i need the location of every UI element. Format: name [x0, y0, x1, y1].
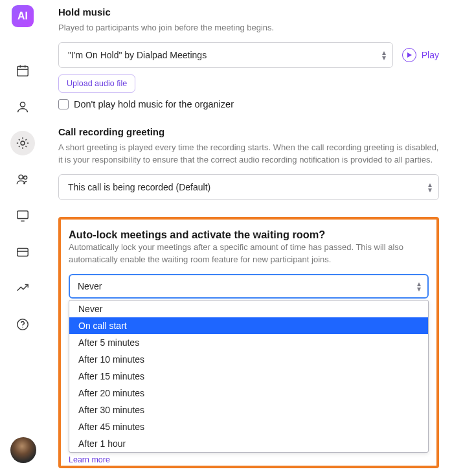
learn-more-link[interactable]: Learn more — [69, 455, 110, 464]
greeting-title: Call recording greeting — [58, 126, 439, 137]
help-icon[interactable] — [10, 312, 35, 337]
autolock-select[interactable]: Never ▴▾ — [69, 274, 429, 299]
autolock-option[interactable]: On call start — [69, 317, 428, 334]
svg-point-7 — [24, 176, 27, 179]
greeting-select[interactable]: This call is being recorded (Default) ▴▾ — [58, 174, 439, 200]
autolock-option[interactable]: After 10 minutes — [69, 351, 428, 368]
play-button[interactable]: Play — [402, 48, 439, 62]
autolock-option[interactable]: After 45 minutes — [69, 418, 428, 435]
hold-music-selected: "I'm On Hold" by Dialpad Meetings — [68, 50, 207, 60]
chevron-updown-icon: ▴▾ — [417, 280, 421, 291]
dont-play-label: Don't play hold music for the organizer — [74, 99, 234, 109]
autolock-highlight: Auto-lock meetings and activate the wait… — [58, 217, 439, 468]
autolock-option[interactable]: After 20 minutes — [69, 385, 428, 402]
svg-point-4 — [20, 102, 25, 107]
app-logo: AI — [12, 5, 34, 27]
autolock-dropdown: NeverOn call startAfter 5 minutesAfter 1… — [69, 300, 429, 453]
autolock-option[interactable]: After 1 hour — [69, 435, 428, 452]
person-icon[interactable] — [10, 95, 35, 119]
play-icon — [402, 48, 416, 62]
svg-point-6 — [19, 175, 23, 179]
autolock-selected: Never — [78, 281, 102, 291]
svg-point-13 — [22, 327, 23, 328]
autolock-helper: Automatically lock your meetings after a… — [69, 241, 429, 266]
autolock-option[interactable]: After 5 minutes — [69, 334, 428, 351]
greeting-section: Call recording greeting A short greeting… — [58, 126, 439, 200]
trend-icon[interactable] — [10, 276, 35, 300]
hold-music-section: Hold music Played to participants who jo… — [58, 6, 439, 109]
svg-point-5 — [21, 141, 25, 145]
hold-music-helper: Played to participants who join before t… — [58, 21, 439, 34]
settings-content: Hold music Played to participants who jo… — [58, 6, 439, 470]
svg-rect-0 — [17, 67, 28, 76]
hold-music-select[interactable]: "I'm On Hold" by Dialpad Meetings ▴▾ — [58, 42, 393, 68]
svg-rect-8 — [17, 211, 28, 219]
calendar-icon[interactable] — [10, 58, 35, 83]
dont-play-checkbox[interactable] — [58, 99, 69, 109]
svg-rect-10 — [17, 249, 28, 256]
greeting-selected: This call is being recorded (Default) — [68, 182, 210, 192]
greeting-helper: A short greeting is played every time th… — [58, 141, 439, 166]
autolock-option[interactable]: After 30 minutes — [69, 402, 428, 418]
card-icon[interactable] — [10, 240, 35, 264]
chevron-updown-icon: ▴▾ — [428, 181, 432, 192]
play-label: Play — [422, 50, 439, 60]
upload-audio-button[interactable]: Upload audio file — [58, 74, 135, 93]
autolock-option[interactable]: After 15 minutes — [69, 368, 428, 385]
gear-icon[interactable] — [10, 131, 35, 155]
sidebar: AI — [0, 0, 45, 476]
monitor-icon[interactable] — [10, 203, 35, 228]
avatar[interactable] — [10, 437, 36, 463]
group-icon[interactable] — [10, 167, 35, 192]
autolock-title: Auto-lock meetings and activate the wait… — [69, 229, 429, 241]
chevron-updown-icon: ▴▾ — [382, 49, 386, 60]
hold-music-title: Hold music — [58, 6, 439, 17]
autolock-option[interactable]: Never — [69, 300, 428, 317]
